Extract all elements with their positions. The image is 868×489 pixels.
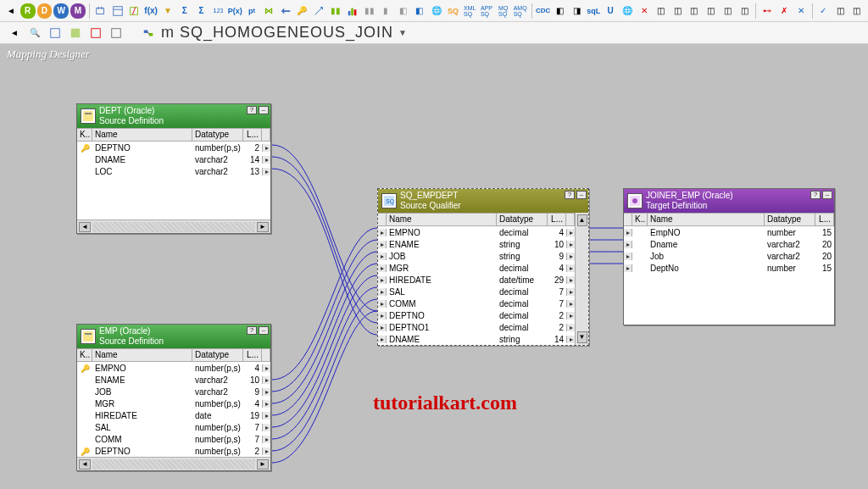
- in-port[interactable]: ▸: [378, 300, 387, 308]
- scroll-right-button[interactable]: ►: [257, 222, 269, 232]
- table-row[interactable]: SALnumber(p,s)7▸: [77, 421, 270, 433]
- dept-source-panel[interactable]: DEPT (Oracle)Source Definition ?– K.. Na…: [76, 103, 271, 234]
- tool-icon[interactable]: [311, 3, 326, 19]
- chart-icon[interactable]: [345, 3, 360, 19]
- in-port[interactable]: ▸: [378, 264, 387, 272]
- out-port[interactable]: ▸: [262, 376, 270, 384]
- tool-icon[interactable]: ◧: [412, 3, 427, 19]
- table-row[interactable]: ▸DEPTNOdecimal2▸: [378, 309, 575, 321]
- norm-icon[interactable]: ▮▮: [328, 3, 343, 19]
- table-row[interactable]: HIREDATEdate19▸: [77, 409, 270, 421]
- tool-icon[interactable]: ◫: [670, 3, 685, 19]
- back-icon[interactable]: ◄: [3, 3, 19, 19]
- scroll-down-button[interactable]: ▼: [577, 331, 587, 343]
- table-row[interactable]: 🔑EMPNOnumber(p,s)4▸: [77, 362, 270, 374]
- in-port[interactable]: ▸: [378, 253, 387, 260]
- tool-icon[interactable]: ◫: [687, 3, 702, 19]
- m-icon[interactable]: M: [70, 3, 86, 19]
- table-row[interactable]: ▸SALdecimal7▸: [378, 286, 575, 297]
- tool-icon[interactable]: ◧: [553, 3, 568, 19]
- sigma2-icon[interactable]: Σ: [194, 3, 209, 19]
- in-port[interactable]: ▸: [378, 336, 387, 343]
- table-row[interactable]: MGRnumber(p,s)4▸: [77, 397, 270, 409]
- table-row[interactable]: 🔑DEPTNOnumber(p,s)2▸: [77, 142, 270, 153]
- tool-icon[interactable]: [47, 25, 63, 41]
- in-port[interactable]: ▸: [624, 253, 632, 260]
- panel-title[interactable]: DEPT (Oracle)Source Definition ?–: [77, 104, 270, 128]
- filter-icon[interactable]: ▼: [160, 3, 175, 19]
- table-row[interactable]: ▸HIREDATEdate/time29▸: [378, 274, 575, 286]
- vertical-scrollbar[interactable]: ▲ ▼: [575, 213, 588, 345]
- app-sq-icon[interactable]: APPSQ: [479, 3, 494, 19]
- in-port[interactable]: ▸: [378, 288, 387, 296]
- out-port[interactable]: ▸: [566, 264, 575, 272]
- in-port[interactable]: ▸: [378, 276, 387, 284]
- out-port[interactable]: ▸: [566, 300, 575, 308]
- table-row[interactable]: JOBvarchar29▸: [77, 386, 270, 397]
- minimize-button[interactable]: –: [259, 106, 269, 114]
- tool-icon[interactable]: [108, 25, 124, 41]
- in-port[interactable]: ▸: [624, 264, 632, 272]
- emp-source-panel[interactable]: EMP (Oracle)Source Definition ?– K.. Nam…: [76, 324, 271, 471]
- ptx-icon[interactable]: pt: [244, 3, 259, 19]
- tool-icon[interactable]: ✗: [776, 3, 792, 19]
- out-port[interactable]: ▸: [262, 388, 270, 396]
- out-port[interactable]: ▸: [262, 400, 270, 408]
- panel-title[interactable]: JOINER_EMP (Oracle)Target Definition ?–: [624, 189, 834, 213]
- table-row[interactable]: ▸DeptNonumber15: [624, 262, 834, 274]
- mapping-name[interactable]: m SQ_HOMOGENEOUS_JOIN ▼: [161, 24, 408, 42]
- out-port[interactable]: ▸: [566, 253, 575, 260]
- horizontal-scrollbar[interactable]: ◄ ►: [77, 457, 270, 470]
- table-row[interactable]: ▸EmpNOnumber15: [624, 226, 834, 238]
- out-port[interactable]: ▸: [566, 288, 575, 296]
- u-icon[interactable]: U: [603, 3, 618, 19]
- table-row[interactable]: ▸ENAMEstring10▸: [378, 238, 575, 250]
- table-row[interactable]: ▸DEPTNO1decimal2▸: [378, 321, 575, 333]
- dropdown-caret-icon[interactable]: ▼: [398, 28, 408, 37]
- target-panel[interactable]: JOINER_EMP (Oracle)Target Definition ?– …: [623, 188, 835, 325]
- out-port[interactable]: ▸: [262, 436, 270, 443]
- out-port[interactable]: ▸: [262, 412, 270, 420]
- tool-icon[interactable]: ◫: [704, 3, 719, 19]
- in-port[interactable]: ▸: [378, 324, 387, 331]
- out-port[interactable]: ▸: [262, 364, 270, 372]
- help-button[interactable]: ?: [247, 326, 257, 335]
- tool-icon[interactable]: ✕: [793, 3, 809, 19]
- r-icon[interactable]: R: [20, 3, 36, 19]
- designer-canvas[interactable]: Mapping Designer: [0, 44, 868, 489]
- w-icon[interactable]: W: [53, 3, 69, 19]
- table-row[interactable]: ▸JOBstring9▸: [378, 250, 575, 262]
- table-row[interactable]: ENAMEvarchar210▸: [77, 374, 270, 386]
- tool-icon[interactable]: ✕: [637, 3, 652, 19]
- sq-icon[interactable]: SQ: [446, 3, 461, 19]
- out-port[interactable]: ▸: [262, 156, 270, 164]
- minimize-button[interactable]: –: [576, 191, 587, 199]
- table-row[interactable]: COMMnumber(p,s)7▸: [77, 433, 270, 445]
- globe-icon[interactable]: 🌐: [429, 3, 444, 19]
- in-port[interactable]: ▸: [378, 229, 387, 236]
- fx-icon[interactable]: f(x): [143, 3, 159, 19]
- out-port[interactable]: ▸: [262, 447, 270, 455]
- out-port[interactable]: ▸: [566, 336, 575, 343]
- out-port[interactable]: ▸: [566, 229, 575, 236]
- table-row[interactable]: ▸COMMdecimal7▸: [378, 297, 575, 309]
- find-icon[interactable]: 🔍: [27, 25, 42, 41]
- back2-icon[interactable]: ◄: [7, 25, 22, 41]
- tool-icon[interactable]: [88, 25, 103, 41]
- table-row[interactable]: ▸MGRdecimal4▸: [378, 262, 575, 274]
- join-icon[interactable]: ⋈: [261, 3, 276, 19]
- help-button[interactable]: ?: [565, 191, 575, 199]
- tool-icon[interactable]: ◫: [832, 3, 848, 19]
- out-port[interactable]: ▸: [262, 168, 270, 175]
- table-row[interactable]: 🔑DEPTNOnumber(p,s)2▸: [77, 445, 270, 457]
- in-port[interactable]: ▸: [624, 241, 632, 248]
- out-port[interactable]: ▸: [566, 324, 575, 331]
- panel-title[interactable]: EMP (Oracle)Source Definition ?–: [77, 325, 270, 348]
- tool-icon[interactable]: [68, 25, 83, 41]
- mq-sq-icon[interactable]: MQSQ: [496, 3, 511, 19]
- minimize-button[interactable]: –: [822, 191, 832, 199]
- in-port[interactable]: ▸: [624, 229, 632, 236]
- scroll-right-button[interactable]: ►: [257, 459, 269, 470]
- table-row[interactable]: DNAMEvarchar214▸: [77, 153, 270, 165]
- out-port[interactable]: ▸: [566, 312, 575, 320]
